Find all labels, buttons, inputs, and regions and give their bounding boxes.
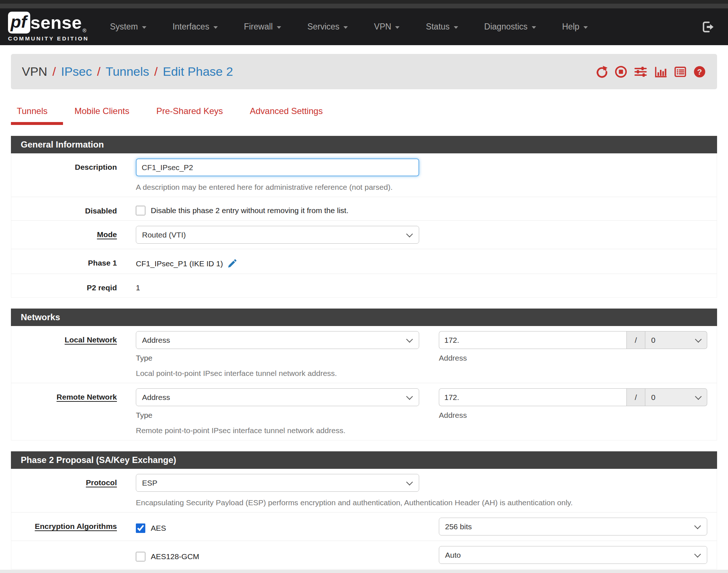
- remote-network-help: Remote point-to-point IPsec interface tu…: [136, 426, 707, 435]
- section-networks: Networks Local Network Address Type /: [11, 309, 717, 440]
- row-p2-reqid: P2 reqid 1: [11, 274, 717, 297]
- remote-network-prefix-select[interactable]: 0: [645, 388, 707, 406]
- section-title: Phase 2 Proposal (SA/Key Exchange): [11, 451, 717, 469]
- chevron-down-icon: [532, 26, 536, 29]
- local-network-help: Local point-to-point IPsec interface tun…: [136, 369, 707, 378]
- remote-address-caption: Address: [439, 411, 707, 420]
- chevron-down-icon: [395, 26, 400, 29]
- row-protocol: Protocol ESP Encapsulating Security Payl…: [11, 469, 717, 513]
- disabled-checkbox[interactable]: [136, 206, 145, 215]
- description-help: A description may be entered here for ad…: [136, 183, 707, 192]
- main-menu: System Interfaces Firewall Services VPN …: [110, 22, 588, 32]
- row-remote-network: Remote Network Address Type /: [11, 383, 717, 440]
- menu-item-diagnostics[interactable]: Diagnostics: [484, 22, 536, 32]
- disabled-checkbox-label: Disable this phase 2 entry without remov…: [151, 206, 349, 215]
- phase1-value: CF1_IPsec_P1 (IKE ID 1): [136, 259, 223, 268]
- remote-network-type-select[interactable]: Address: [136, 388, 419, 406]
- breadcrumb-link-tunnels[interactable]: Tunnels: [106, 64, 149, 79]
- section-phase2-proposal: Phase 2 Proposal (SA/Key Exchange) Proto…: [11, 451, 717, 569]
- row-local-network: Local Network Address Type /: [11, 326, 717, 383]
- breadcrumb-bar: VPN / IPsec / Tunnels / Edit Phase 2: [11, 54, 717, 89]
- log-icon[interactable]: [674, 65, 687, 78]
- top-navbar: pf sense ® COMMUNITY EDITION System Inte…: [0, 8, 728, 45]
- pfsense-logo[interactable]: pf sense ® COMMUNITY EDITION: [8, 12, 89, 42]
- tab-mobile-clients[interactable]: Mobile Clients: [75, 106, 130, 125]
- aes-checkbox-label: AES: [151, 524, 166, 533]
- local-network-address-input[interactable]: [439, 331, 626, 349]
- restart-icon[interactable]: [595, 65, 608, 78]
- local-network-prefix-select[interactable]: 0: [645, 331, 707, 349]
- chevron-down-icon: [454, 26, 458, 29]
- tab-pre-shared-keys[interactable]: Pre-Shared Keys: [156, 106, 223, 125]
- help-icon[interactable]: ?: [693, 65, 706, 78]
- breadcrumb-link-ipsec[interactable]: IPsec: [61, 64, 92, 79]
- trademark-symbol: ®: [83, 28, 86, 34]
- mode-select[interactable]: Routed (VTI): [136, 226, 419, 244]
- window-sub-strip: [0, 4, 728, 8]
- chevron-down-icon: [583, 26, 588, 29]
- menu-item-interfaces[interactable]: Interfaces: [173, 22, 218, 32]
- page-action-icons: ?: [595, 65, 706, 78]
- chevron-down-icon: [213, 26, 218, 29]
- description-input[interactable]: [136, 158, 419, 176]
- pfsense-logo-pf: pf: [8, 12, 30, 34]
- edit-phase1-icon[interactable]: [227, 259, 237, 268]
- status-graph-icon[interactable]: [654, 65, 668, 78]
- row-encryption-aes: Encryption Algorithms AES 256 bits: [11, 513, 717, 541]
- menu-item-status[interactable]: Status: [426, 22, 458, 32]
- ipsec-tabs: Tunnels Mobile Clients Pre-Shared Keys A…: [11, 106, 717, 125]
- chevron-down-icon: [277, 26, 281, 29]
- chevron-down-icon: [343, 26, 348, 29]
- protocol-help: Encapsulating Security Payload (ESP) per…: [136, 498, 707, 507]
- breadcrumb-link-edit-phase2[interactable]: Edit Phase 2: [163, 64, 233, 79]
- tab-tunnels[interactable]: Tunnels: [17, 106, 48, 125]
- related-settings-icon[interactable]: [634, 65, 648, 78]
- aes128-gcm-checkbox[interactable]: [136, 552, 145, 561]
- stop-icon[interactable]: [614, 65, 627, 78]
- pfsense-logo-sense: sense: [30, 14, 82, 32]
- menu-item-vpn[interactable]: VPN: [374, 22, 400, 32]
- row-description: Description A description may be entered…: [11, 153, 717, 197]
- svg-text:?: ?: [697, 67, 702, 76]
- section-title: Networks: [11, 309, 717, 326]
- pfsense-logo-subtitle: COMMUNITY EDITION: [8, 35, 89, 42]
- row-phase1: Phase 1 CF1_IPsec_P1 (IKE ID 1): [11, 249, 717, 274]
- remote-network-address-input[interactable]: [439, 388, 626, 406]
- p2-reqid-value: 1: [136, 283, 140, 292]
- breadcrumb: VPN / IPsec / Tunnels / Edit Phase 2: [22, 64, 233, 79]
- section-title: General Information: [11, 136, 717, 153]
- chevron-down-icon: [142, 26, 146, 29]
- menu-item-firewall[interactable]: Firewall: [244, 22, 281, 32]
- menu-item-help[interactable]: Help: [562, 22, 588, 32]
- row-mode: Mode Routed (VTI): [11, 221, 717, 249]
- section-general-information: General Information Description A descri…: [11, 136, 717, 298]
- row-disabled: Disabled Disable this phase 2 entry with…: [11, 197, 717, 221]
- menu-item-services[interactable]: Services: [307, 22, 348, 32]
- breadcrumb-vpn: VPN: [22, 64, 47, 79]
- aes128-gcm-keylen-select[interactable]: Auto: [439, 546, 707, 564]
- cidr-separator: /: [626, 388, 645, 406]
- local-type-caption: Type: [136, 354, 419, 362]
- protocol-select[interactable]: ESP: [136, 474, 419, 492]
- tab-advanced-settings[interactable]: Advanced Settings: [250, 106, 323, 125]
- cidr-separator: /: [626, 331, 645, 349]
- logout-icon[interactable]: [701, 20, 714, 34]
- aes-keylen-select[interactable]: 256 bits: [439, 518, 707, 535]
- window-top-strip: [0, 0, 728, 4]
- aes128-gcm-checkbox-label: AES128-GCM: [151, 552, 199, 561]
- bottom-edge-strip: [0, 570, 728, 573]
- remote-type-caption: Type: [136, 411, 419, 420]
- local-address-caption: Address: [439, 354, 707, 362]
- menu-item-system[interactable]: System: [110, 22, 146, 32]
- row-encryption-aes128gcm: AES128-GCM Auto: [11, 541, 717, 569]
- aes-checkbox[interactable]: [136, 523, 145, 533]
- local-network-type-select[interactable]: Address: [136, 331, 419, 349]
